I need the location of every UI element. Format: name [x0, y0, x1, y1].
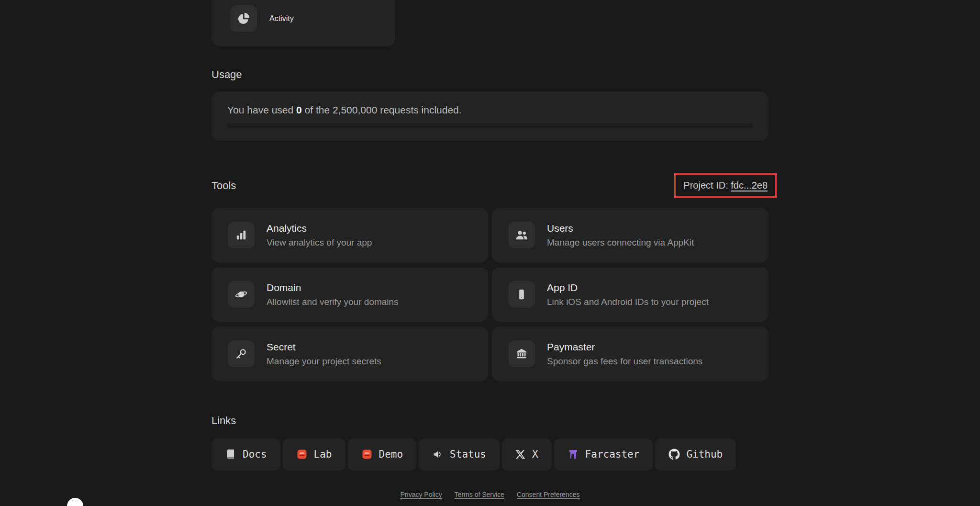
- tool-description: Allowlist and verify your domains: [267, 296, 399, 308]
- usage-heading: Usage: [212, 68, 768, 81]
- tool-card-app-id[interactable]: App ID Link iOS and Android IDs to your …: [492, 267, 768, 322]
- lab-link-button[interactable]: Lab: [283, 439, 345, 471]
- terms-of-service-link[interactable]: Terms of Service: [455, 491, 504, 498]
- tool-title: App ID: [547, 281, 709, 294]
- x-link-button[interactable]: X: [502, 439, 552, 471]
- users-icon: [508, 222, 535, 248]
- planet-icon: [228, 281, 255, 308]
- link-label: X: [532, 449, 538, 460]
- lab-app-icon: [296, 449, 308, 460]
- tool-title: Analytics: [267, 222, 372, 235]
- link-label: Farcaster: [585, 449, 640, 460]
- tool-card-secret[interactable]: Secret Manage your project secrets: [212, 326, 488, 381]
- links-heading: Links: [212, 415, 768, 427]
- tools-heading: Tools: [212, 180, 236, 192]
- tool-description: View analytics of your app: [267, 237, 372, 248]
- tool-card-analytics[interactable]: Analytics View analytics of your app: [212, 208, 488, 262]
- tool-card-domain[interactable]: Domain Allowlist and verify your domains: [212, 267, 488, 322]
- docs-link-button[interactable]: Docs: [212, 439, 280, 471]
- project-id-value[interactable]: fdc...2e8: [731, 180, 768, 191]
- usage-text: You have used 0 of the 2,500,000 request…: [227, 104, 753, 116]
- link-label: Lab: [314, 449, 332, 460]
- usage-text-suffix: of the 2,500,000 requests included.: [302, 104, 462, 115]
- consent-preferences-link[interactable]: Consent Preferences: [517, 491, 580, 498]
- demo-link-button[interactable]: Demo: [348, 439, 417, 471]
- demo-app-icon: [361, 449, 373, 460]
- farcaster-icon: [568, 449, 579, 460]
- tool-card-users[interactable]: Users Manage users connecting via AppKit: [492, 208, 768, 262]
- bar-chart-icon: [228, 222, 255, 248]
- main-content: Activity Usage You have used 0 of the 2,…: [212, 0, 768, 498]
- tool-description: Link iOS and Android IDs to your project: [547, 296, 709, 308]
- link-label: Status: [450, 449, 486, 460]
- farcaster-link-button[interactable]: Farcaster: [554, 439, 653, 471]
- link-label: Demo: [379, 449, 403, 460]
- status-link-button[interactable]: Status: [419, 439, 500, 471]
- usage-progress-bar: [227, 123, 753, 128]
- megaphone-icon: [432, 449, 444, 460]
- pie-chart-icon: [230, 5, 257, 32]
- tool-title: Users: [547, 222, 694, 235]
- github-icon: [668, 449, 680, 460]
- link-label: Docs: [243, 449, 267, 460]
- mobile-phone-icon: [508, 281, 535, 308]
- tool-card-paymaster[interactable]: Paymaster Sponsor gas fees for user tran…: [492, 326, 768, 381]
- project-id-highlight[interactable]: Project ID: fdc...2e8: [674, 173, 777, 198]
- tool-description: Manage your project secrets: [267, 356, 381, 367]
- sidebar-item-label: Activity: [269, 14, 294, 23]
- links-row: Docs Lab Demo: [212, 439, 768, 471]
- tool-description: Sponsor gas fees for user transactions: [547, 356, 702, 367]
- usage-used-value: 0: [296, 104, 302, 115]
- privacy-policy-link[interactable]: Privacy Policy: [401, 491, 442, 498]
- link-label: Github: [686, 449, 723, 460]
- bank-icon: [508, 340, 535, 367]
- usage-text-prefix: You have used: [227, 104, 296, 115]
- tool-title: Paymaster: [547, 341, 702, 353]
- sidebar-item-activity[interactable]: Activity: [212, 0, 395, 46]
- tool-description: Manage users connecting via AppKit: [547, 237, 694, 248]
- github-link-button[interactable]: Github: [655, 439, 736, 471]
- tool-title: Domain: [267, 281, 399, 294]
- project-id-label: Project ID:: [683, 180, 731, 191]
- docs-book-icon: [225, 449, 236, 460]
- usage-card: You have used 0 of the 2,500,000 request…: [212, 91, 768, 141]
- chat-launcher-bubble[interactable]: [67, 498, 83, 506]
- x-logo-icon: [515, 449, 526, 460]
- key-icon: [228, 340, 255, 367]
- tool-title: Secret: [267, 341, 381, 353]
- tools-grid: Analytics View analytics of your app Use…: [212, 208, 768, 381]
- footer: Privacy Policy Terms of Service Consent …: [212, 491, 768, 498]
